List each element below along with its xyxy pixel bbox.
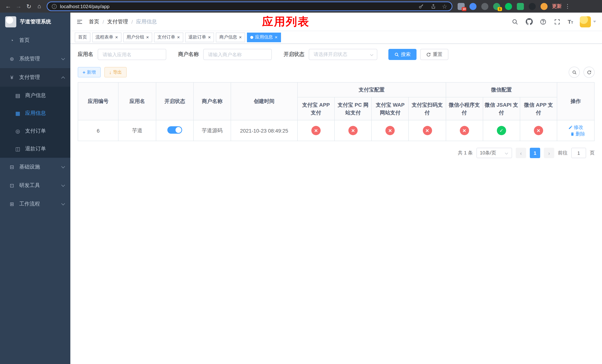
col-actions: 操作 — [557, 82, 594, 120]
tab-user-group[interactable]: 用户分组 × — [123, 32, 152, 42]
search-icon[interactable] — [511, 18, 519, 25]
yuan-icon: ¥ — [8, 75, 16, 80]
tags-view-bar: 首页 流程表单 × 用户分组 × 支付订单 × 退款订单 × — [70, 31, 602, 44]
browser-menu-icon[interactable]: ⋮ — [565, 3, 570, 10]
pagination: 共 1 条 10条/页 ‹ 1 › 前往 页 — [78, 148, 595, 158]
extensions-area: 10 1 — [458, 3, 548, 10]
status-toggle[interactable] — [167, 126, 182, 134]
close-icon[interactable]: × — [177, 35, 180, 40]
goto-page-input[interactable] — [571, 148, 586, 158]
edit-link[interactable]: 修改 — [568, 124, 583, 130]
delete-link[interactable]: 删除 — [570, 130, 585, 137]
breadcrumb-separator: / — [103, 19, 104, 25]
sidebar-subitem-app-info[interactable]: ▦ 应用信息 — [0, 104, 70, 122]
fullscreen-icon[interactable] — [554, 18, 561, 25]
sidebar-item-system[interactable]: ⊛ 系统管理 — [0, 50, 70, 68]
bookmark-star-icon[interactable]: ☆ — [442, 3, 447, 10]
app-logo[interactable]: 芋道管理系统 — [0, 13, 70, 31]
chevron-down-icon — [61, 202, 65, 205]
sidebar-subitem-merchant-info[interactable]: ▤ 商户信息 — [0, 87, 70, 104]
site-info-icon[interactable]: i — [52, 4, 57, 9]
merchant-name-label: 商户名称 — [178, 51, 199, 58]
avatar — [580, 16, 591, 27]
reset-button[interactable]: 重置 — [420, 49, 448, 60]
browser-home-button[interactable]: ⌂ — [34, 1, 44, 11]
extension-icon[interactable] — [505, 3, 512, 10]
breadcrumb: 首页 / 支付管理 / 应用信息 — [89, 18, 157, 25]
breadcrumb-payment[interactable]: 支付管理 — [107, 18, 128, 25]
close-icon[interactable]: × — [239, 35, 242, 40]
page-number-button[interactable]: 1 — [530, 148, 540, 158]
sidebar-item-label: 系统管理 — [19, 55, 40, 62]
col-created: 创建时间 — [231, 82, 298, 120]
browser-toolbar: ← → ↻ ⌂ i localhost:1024/pay/app ☆ — [0, 0, 602, 13]
browser-forward-button[interactable]: → — [13, 1, 24, 11]
sidebar-item-label: 支付管理 — [19, 74, 40, 81]
sidebar-item-infrastructure[interactable]: ⊟ 基础设施 — [0, 158, 70, 176]
next-page-button[interactable]: › — [544, 148, 554, 158]
chrome-update-button[interactable]: 更新 — [552, 3, 562, 10]
browser-back-button[interactable]: ← — [3, 1, 13, 11]
col-alipay-pc: 支付宝 PC 网站支付 — [334, 97, 372, 120]
col-merchant: 商户名称 — [194, 82, 231, 120]
share-icon[interactable] — [430, 3, 437, 10]
close-icon[interactable]: × — [208, 35, 211, 40]
sidebar-item-workflow[interactable]: ⊞ 工作流程 — [0, 195, 70, 213]
password-key-icon[interactable] — [418, 3, 425, 10]
extension-icon[interactable]: 1 — [493, 3, 500, 10]
status-badge — [534, 126, 543, 135]
tab-homepage[interactable]: 首页 — [75, 32, 90, 42]
sidebar-subitem-refund-order[interactable]: ◫ 退款订单 — [0, 140, 70, 158]
browser-reload-button[interactable]: ↻ — [24, 1, 34, 11]
tab-process-form[interactable]: 流程表单 × — [92, 32, 121, 42]
tab-pay-order[interactable]: 支付订单 × — [154, 32, 183, 42]
app-name-input[interactable] — [98, 49, 166, 60]
extension-icon[interactable] — [529, 3, 536, 10]
page-size-select[interactable]: 10条/页 — [476, 148, 512, 158]
refresh-button[interactable] — [583, 67, 595, 78]
document-icon: ◫ — [14, 146, 22, 152]
extension-icon[interactable] — [540, 3, 548, 10]
close-icon[interactable]: × — [115, 35, 118, 40]
sidebar-toggle-button[interactable] — [70, 12, 89, 31]
extension-icon[interactable]: 10 — [458, 3, 465, 10]
toggle-search-button[interactable] — [569, 67, 580, 78]
filter-form: 应用名 商户名称 开启状态 请选择开启状态 搜索 — [78, 49, 595, 60]
status-select[interactable]: 请选择开启状态 — [309, 49, 377, 60]
sidebar-item-payment[interactable]: ¥ 支付管理 — [0, 68, 70, 87]
extension-icon[interactable] — [481, 3, 488, 10]
chevron-down-icon — [61, 56, 65, 60]
github-icon[interactable] — [526, 18, 533, 25]
cell-merchant: 芋道源码 — [194, 120, 231, 141]
add-button[interactable]: + 新增 — [78, 67, 100, 77]
logo-avatar — [5, 16, 16, 27]
breadcrumb-current: 应用信息 — [136, 18, 157, 25]
export-button[interactable]: ↓ 导出 — [104, 67, 127, 77]
payment-submenu: ▤ 商户信息 ▦ 应用信息 ◎ 支付订单 ◫ 退款订单 — [0, 87, 70, 158]
order-icon: ◎ — [14, 128, 22, 134]
prev-page-button[interactable]: ‹ — [516, 148, 526, 158]
breadcrumb-home[interactable]: 首页 — [89, 18, 99, 25]
tab-merchant-info[interactable]: 商户信息 × — [216, 32, 245, 42]
close-icon[interactable]: × — [146, 35, 149, 40]
close-icon[interactable]: × — [275, 35, 278, 40]
tab-app-info[interactable]: 应用信息 × — [247, 32, 281, 42]
grid-icon: ▦ — [14, 110, 22, 116]
font-size-icon[interactable]: TT — [568, 19, 573, 25]
extension-icon[interactable] — [517, 3, 524, 10]
sidebar-item-devtools[interactable]: ⊡ 研发工具 — [0, 176, 70, 195]
col-app-name: 应用名 — [118, 82, 156, 120]
extension-icon[interactable] — [469, 3, 476, 10]
help-icon[interactable] — [540, 18, 547, 25]
search-button[interactable]: 搜索 — [388, 49, 417, 60]
status-label: 开启状态 — [284, 51, 304, 58]
tab-refund-order[interactable]: 退款订单 × — [185, 32, 214, 42]
user-menu[interactable] — [580, 16, 596, 27]
sidebar-subitem-pay-order[interactable]: ◎ 支付订单 — [0, 122, 70, 140]
sidebar-item-home[interactable]: ◔ 首页 — [0, 31, 70, 50]
merchant-name-input[interactable] — [203, 49, 272, 60]
col-wx-lite: 微信小程序支付 — [446, 97, 483, 120]
sidebar-item-label: 研发工具 — [19, 182, 40, 189]
sidebar-item-label: 基础设施 — [19, 164, 40, 170]
address-bar[interactable]: i localhost:1024/pay/app ☆ — [47, 1, 452, 11]
